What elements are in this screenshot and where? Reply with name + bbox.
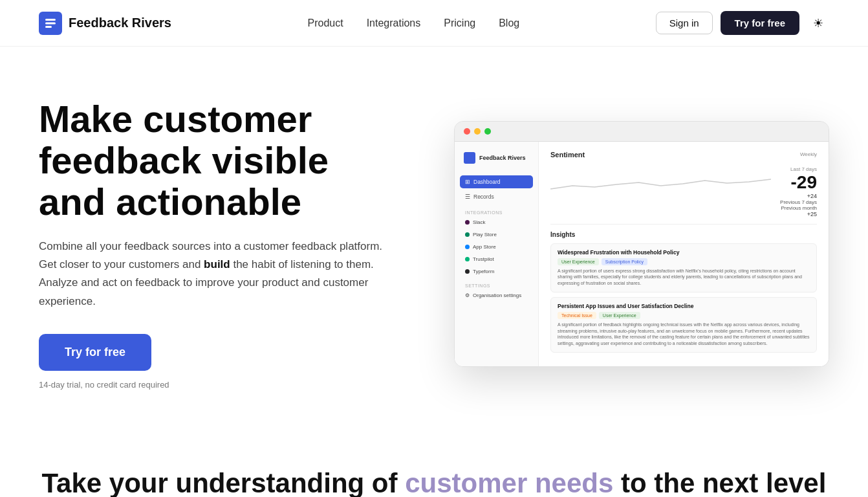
last7-label: Last 7 days (780, 166, 817, 172)
bottom-section: Take your understanding of customer need… (0, 428, 868, 497)
sidebar-settings-item[interactable]: ⚙ Organisation settings (460, 290, 533, 301)
insight-2-tag-2: User Experience (599, 312, 640, 319)
prev-month-label: Previous month (780, 205, 817, 211)
playstore-dot (465, 232, 470, 237)
mockup-sidebar: Feedback Rivers ⊞ Dashboard ☰ Records IN… (455, 142, 539, 367)
theme-toggle-button[interactable]: ☀ (807, 12, 829, 34)
nav-blog[interactable]: Blog (499, 17, 519, 28)
prev-month-change: +25 (780, 211, 817, 217)
sidebar-logo-area: Feedback Rivers (460, 149, 533, 166)
sidebar-item-records[interactable]: ☰ Records (460, 190, 533, 203)
mockup-header-row: Sentiment Weekly (550, 151, 817, 159)
hero-content: Make customer feedback visible and actio… (39, 98, 401, 390)
score-change-plus: +24 (780, 193, 817, 199)
sentiment-title: Sentiment (550, 151, 585, 159)
sidebar-int-trustpilot[interactable]: Trustpilot (460, 254, 533, 265)
insight-card-2: Persistent App Issues and User Satisfact… (550, 297, 817, 353)
sidebar-logo-text: Feedback Rivers (479, 155, 526, 161)
integrations-section-title: INTEGRATIONS (460, 205, 533, 217)
svg-rect-2 (45, 26, 52, 28)
dot-green (484, 128, 491, 135)
insight-1-text: A significant portion of users express s… (558, 268, 810, 287)
insight-2-tag-1: Technical Issue (558, 312, 596, 319)
dashboard-mockup: Feedback Rivers ⊞ Dashboard ☰ Records IN… (454, 121, 829, 368)
records-icon: ☰ (465, 193, 470, 200)
insight-2-tags: Technical Issue User Experience (558, 312, 810, 319)
insight-1-tag-2: Subscription Policy (602, 258, 647, 265)
sentiment-stats: Last 7 days -29 +24 Previous 7 days Prev… (550, 166, 817, 217)
svg-rect-0 (45, 19, 56, 21)
settings-section-title: SETTINGS (460, 278, 533, 290)
sidebar-item-dashboard[interactable]: ⊞ Dashboard (460, 175, 533, 188)
bottom-title-part1: Take your understanding of (42, 468, 406, 497)
sidebar-int-appstore[interactable]: App Store (460, 241, 533, 252)
hero-description: Combine all your feedback sources into a… (39, 237, 401, 310)
insight-1-title: Widespread Frustration with Household Po… (558, 249, 810, 256)
hero-title: Make customer feedback visible and actio… (39, 98, 401, 222)
score-value: -29 (780, 172, 817, 193)
insight-2-title: Persistent App Issues and User Satisfact… (558, 303, 810, 309)
sidebar-int-playstore[interactable]: Play Store (460, 229, 533, 240)
mockup-divider (550, 224, 817, 225)
mockup-titlebar (455, 122, 829, 142)
dashboard-icon: ⊞ (465, 179, 470, 185)
bottom-title-highlight: customer needs (405, 468, 613, 497)
hero-desc-bold: build (204, 258, 230, 271)
dot-red (464, 128, 470, 135)
mockup-body: Feedback Rivers ⊞ Dashboard ☰ Records IN… (455, 142, 829, 367)
slack-dot (465, 220, 470, 225)
sentiment-chart (550, 166, 771, 199)
typeform-dot (465, 269, 470, 274)
trial-note: 14-day trial, no credit card required (39, 380, 401, 390)
sentiment-score-block: Last 7 days -29 +24 Previous 7 days Prev… (780, 166, 817, 217)
bottom-title-part2: to the next level (613, 468, 826, 497)
signin-button[interactable]: Sign in (656, 12, 713, 34)
try-free-nav-button[interactable]: Try for free (721, 11, 799, 35)
mockup-main-content: Sentiment Weekly Last 7 days -29 +24 (539, 142, 829, 367)
logo-text: Feedback Rivers (69, 16, 171, 30)
try-free-hero-button[interactable]: Try for free (39, 334, 151, 371)
hero-section: Make customer feedback visible and actio… (0, 47, 868, 428)
trustpilot-dot (465, 257, 470, 261)
nav-pricing[interactable]: Pricing (444, 17, 475, 28)
bottom-title: Take your understanding of customer need… (39, 467, 829, 497)
insight-2-text: A significant portion of feedback highli… (558, 322, 810, 347)
insight-card-1: Widespread Frustration with Household Po… (550, 243, 817, 293)
navbar: Feedback Rivers Product Integrations Pri… (0, 0, 868, 47)
prev7-label: Previous 7 days (780, 199, 817, 205)
logo-icon (39, 12, 62, 35)
nav-actions: Sign in Try for free ☀ (656, 11, 829, 35)
period-label: Weekly (800, 151, 817, 157)
svg-rect-1 (45, 22, 56, 24)
nav-links: Product Integrations Pricing Blog (308, 17, 520, 29)
logo-link[interactable]: Feedback Rivers (39, 12, 171, 35)
sidebar-int-typeform[interactable]: Typeform (460, 266, 533, 277)
insight-1-tag-1: User Experience (558, 258, 599, 265)
nav-integrations[interactable]: Integrations (367, 17, 421, 28)
insights-title: Insights (550, 231, 817, 238)
nav-product[interactable]: Product (308, 17, 343, 28)
sidebar-int-slack[interactable]: Slack (460, 217, 533, 228)
settings-icon: ⚙ (465, 293, 470, 298)
sidebar-logo-icon (464, 152, 475, 164)
appstore-dot (465, 245, 470, 249)
dot-yellow (474, 128, 481, 135)
insight-1-tags: User Experience Subscription Policy (558, 258, 810, 265)
